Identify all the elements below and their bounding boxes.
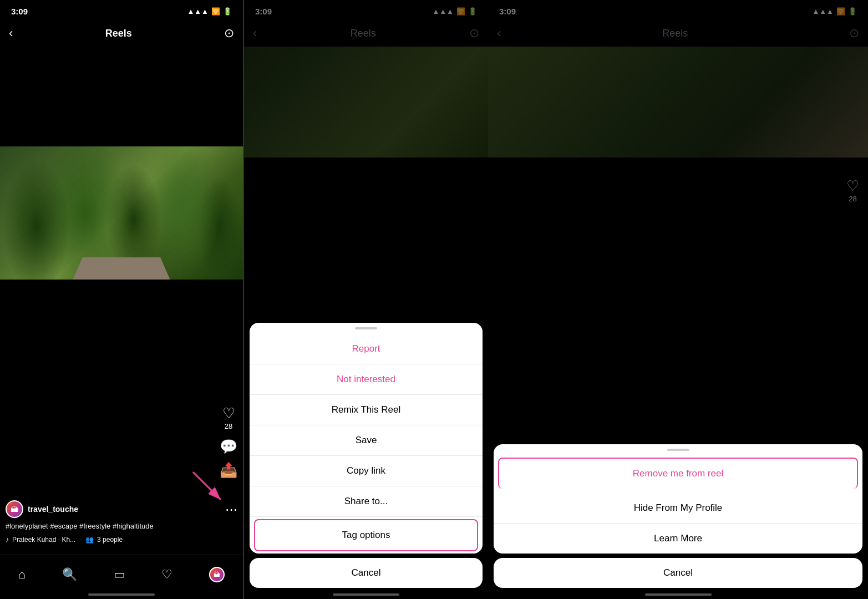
- pink-arrow-annotation: [187, 466, 232, 513]
- username-1: travel_touche: [28, 505, 78, 514]
- share-to-button[interactable]: Share to...: [250, 486, 483, 517]
- tag-options-wrapper: Tag options: [250, 517, 483, 554]
- hide-profile-button[interactable]: Hide From My Profile: [494, 493, 862, 524]
- learn-more-button[interactable]: Learn More: [494, 524, 862, 554]
- main-sheet-2: Report Not interested Remix This Reel Sa…: [250, 323, 483, 554]
- remix-button[interactable]: Remix This Reel: [250, 395, 483, 425]
- music-row: ♪ Prateek Kuhad · Kh... 👥 3 people: [6, 536, 210, 544]
- header-1: ‹ Reels ⊙: [0, 20, 243, 47]
- top-black-area: [0, 47, 243, 146]
- video-bg-1: [0, 146, 243, 280]
- nav-home[interactable]: ⌂: [18, 567, 26, 582]
- nav-profile[interactable]: 🏔: [209, 567, 225, 582]
- sheet-handle-2: [355, 327, 377, 329]
- svg-line-1: [193, 472, 221, 500]
- remove-reel-wrapper: Remove me from reel: [494, 455, 862, 491]
- nav-search[interactable]: 🔍: [62, 567, 77, 582]
- cancel-button-3[interactable]: Cancel: [494, 558, 862, 588]
- save-button[interactable]: Save: [250, 425, 483, 456]
- avatar-1: 🏔: [6, 500, 23, 518]
- panel-1: 3:09 ▲▲▲ 🛜 🔋 ‹ Reels ⊙ ♡ 28 💬 📤: [0, 0, 244, 599]
- copy-link-button[interactable]: Copy link: [250, 456, 483, 486]
- sheet-overlay-2: Report Not interested Remix This Reel Sa…: [244, 0, 488, 599]
- caption-1: #lonelyplanet #escape #freestyle #highal…: [6, 521, 210, 531]
- home-indicator-3: [645, 593, 712, 596]
- not-interested-button[interactable]: Not interested: [250, 364, 483, 395]
- cancel-sheet-3: Cancel: [494, 558, 862, 588]
- back-button-1[interactable]: ‹: [9, 26, 13, 40]
- video-road-1: [73, 257, 170, 280]
- bottom-info-1: 🏔 travel_touche #lonelyplanet #escape #f…: [6, 500, 210, 544]
- sheet-handle-3: [667, 449, 689, 451]
- sheet-overlay-3: Remove me from reel Hide From My Profile…: [488, 0, 868, 599]
- time-1: 3:09: [11, 7, 28, 16]
- music-text: Prateek Kuhad · Kh...: [12, 536, 75, 544]
- main-sheet-3: Remove me from reel Hide From My Profile…: [494, 444, 862, 554]
- home-indicator-2: [333, 593, 399, 596]
- panel-2: 3:09 ▲▲▲ 🛜 🔋 ‹ Reels ⊙ Report Not intere…: [244, 0, 488, 599]
- cancel-button-2[interactable]: Cancel: [250, 558, 483, 588]
- people-icon: 👥: [85, 536, 94, 544]
- report-button[interactable]: Report: [250, 334, 483, 364]
- video-area-1: [0, 146, 243, 280]
- like-action[interactable]: ♡ 28: [222, 406, 235, 430]
- camera-button-1[interactable]: ⊙: [224, 26, 234, 40]
- header-title-1: Reels: [105, 28, 132, 39]
- cancel-sheet-2: Cancel: [250, 558, 483, 588]
- heart-icon: ♡: [222, 406, 235, 420]
- status-icons-1: ▲▲▲ 🛜 🔋: [187, 7, 232, 16]
- wifi-icon: 🛜: [211, 7, 220, 16]
- people-text: 3 people: [97, 536, 123, 544]
- bottom-nav: ⌂ 🔍 ▭ ♡ 🏔: [0, 555, 243, 599]
- nav-reels[interactable]: ▭: [114, 567, 125, 582]
- home-indicator-1: [88, 593, 155, 596]
- comment-icon: 💬: [220, 439, 237, 454]
- remove-from-reel-button[interactable]: Remove me from reel: [498, 458, 858, 489]
- music-note-icon: ♪: [6, 536, 9, 544]
- battery-icon: 🔋: [223, 7, 232, 16]
- status-bar-1: 3:09 ▲▲▲ 🛜 🔋: [0, 0, 243, 20]
- like-count: 28: [225, 422, 232, 430]
- tag-options-button[interactable]: Tag options: [254, 519, 478, 551]
- comment-action[interactable]: 💬: [220, 439, 237, 454]
- nav-heart[interactable]: ♡: [161, 567, 172, 582]
- signal-icon: ▲▲▲: [187, 7, 209, 16]
- user-row: 🏔 travel_touche: [6, 500, 210, 518]
- panel-3: 3:09 ▲▲▲ 🛜 🔋 ‹ Reels ⊙ ♡ 28 Remove me fr…: [488, 0, 868, 599]
